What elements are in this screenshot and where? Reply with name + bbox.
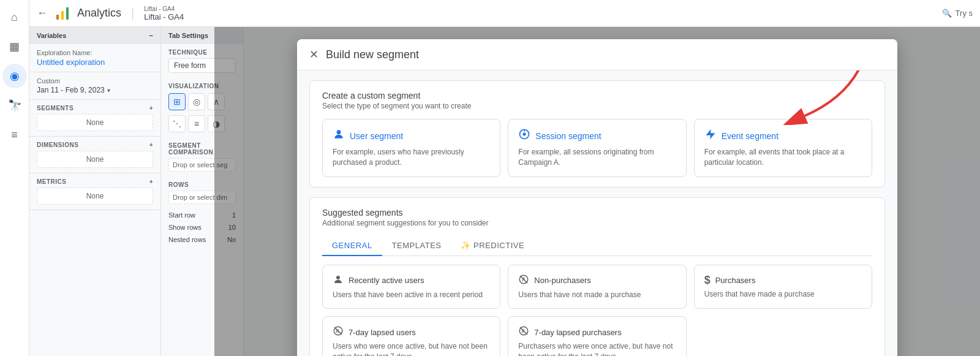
tab-predictive[interactable]: ✨ PREDICTIVE xyxy=(451,236,534,256)
segments-label: SEGMENTS xyxy=(37,105,74,112)
modal-header: ✕ Build new segment xyxy=(297,39,897,70)
svg-rect-1 xyxy=(61,11,64,20)
recently-active-item[interactable]: Recently active users Users that have be… xyxy=(322,265,500,309)
lapsed-purchasers-title: 7-day lapsed purchasers xyxy=(534,328,621,337)
suggested-subtitle: Additional segment suggestions for you t… xyxy=(322,219,872,227)
search-button[interactable]: 🔍 Try s xyxy=(942,9,973,18)
topbar-divider: | xyxy=(131,6,134,20)
purchasers-header: $ Purchasers xyxy=(704,274,862,287)
user-segment-title: User segment xyxy=(350,131,403,141)
exploration-label: Exploration Name: xyxy=(37,49,153,56)
lapsed-users-icon xyxy=(333,325,344,339)
metrics-add-icon[interactable]: + xyxy=(149,178,153,185)
svg-point-9 xyxy=(336,276,340,279)
predictive-icon: ✨ xyxy=(461,241,471,250)
nested-rows-label: Nested rows xyxy=(168,236,206,243)
sidebar-home-icon[interactable]: ⌂ xyxy=(2,5,27,29)
non-purchasers-title: Non-purchasers xyxy=(534,276,591,285)
variables-panel: Variables − Exploration Name: Untitled e… xyxy=(29,27,161,356)
metrics-label-row: METRICS + xyxy=(37,178,153,185)
tab-templates[interactable]: TEMPLATES xyxy=(382,236,451,256)
sidebar-reports-icon[interactable]: ≡ xyxy=(2,123,27,147)
segments-label-row: SEGMENTS + xyxy=(37,105,153,112)
svg-point-4 xyxy=(337,130,341,134)
suggested-segments-card: Suggested segments Additional segment su… xyxy=(309,197,885,356)
viz-scatter-icon[interactable]: ⋱ xyxy=(168,115,186,132)
dimensions-section: DIMENSIONS + None xyxy=(29,137,160,173)
custom-segment-card: Create a custom segment Select the type … xyxy=(309,80,885,187)
dimensions-label: DIMENSIONS xyxy=(37,142,78,148)
event-segment-option[interactable]: Event segment For example, all events th… xyxy=(694,119,872,177)
user-segment-header: User segment xyxy=(333,128,490,143)
event-segment-title: Event segment xyxy=(722,131,778,141)
modal-body: Create a custom segment Select the type … xyxy=(297,70,897,356)
user-segment-icon xyxy=(333,128,345,143)
sidebar-chart-icon[interactable]: ▦ xyxy=(2,34,27,59)
custom-segment-subtitle: Select the type of segment you want to c… xyxy=(322,102,872,110)
suggested-segment-grid: Recently active users Users that have be… xyxy=(322,265,872,356)
non-purchasers-desc: Users that have not made a purchase xyxy=(518,290,676,300)
event-segment-desc: For example, all events that took place … xyxy=(704,147,862,168)
non-purchasers-header: Non-purchasers xyxy=(518,274,676,287)
custom-label: Custom xyxy=(37,77,153,85)
svg-rect-0 xyxy=(56,15,59,20)
suggested-tabs: GENERAL TEMPLATES ✨ PREDICTIVE xyxy=(322,236,872,256)
analytics-logo xyxy=(55,6,70,21)
sidebar-audience-icon[interactable]: 🔭 xyxy=(2,93,27,118)
metrics-label: METRICS xyxy=(37,178,67,185)
segments-add-icon[interactable]: + xyxy=(149,105,153,112)
segments-section: SEGMENTS + None xyxy=(29,100,160,137)
purchasers-title: Purchasers xyxy=(715,276,756,285)
session-segment-header: Session segment xyxy=(518,128,676,143)
variables-label: Variables xyxy=(37,32,66,39)
purchasers-desc: Users that have made a purchase xyxy=(704,289,862,300)
recently-active-icon xyxy=(333,274,344,287)
recently-active-header: Recently active users xyxy=(333,274,490,287)
purchasers-item[interactable]: $ Purchasers Users that have made a purc… xyxy=(694,265,872,309)
recently-active-title: Recently active users xyxy=(349,276,424,285)
tab-general[interactable]: GENERAL xyxy=(322,236,382,256)
dimensions-none: None xyxy=(37,151,153,168)
modal-overlay: ✕ Build new segment Create a custom segm… xyxy=(214,27,980,356)
property-sub: Liftai - GA4 xyxy=(144,12,184,21)
non-purchasers-item[interactable]: Non-purchasers Users that have not made … xyxy=(508,265,686,309)
session-segment-option[interactable]: Session segment For example, all session… xyxy=(508,119,686,177)
lapsed-purchasers-header: 7-day lapsed purchasers xyxy=(518,325,676,339)
purchasers-dollar-icon: $ xyxy=(704,274,710,287)
session-segment-title: Session segment xyxy=(535,131,601,141)
user-segment-option[interactable]: User segment For example, users who have… xyxy=(322,119,500,177)
date-range-selector[interactable]: Jan 11 - Feb 9, 2023 ▾ xyxy=(37,86,153,94)
tab-settings-label: Tab Settings xyxy=(168,32,208,39)
dimensions-add-icon[interactable]: + xyxy=(149,142,153,148)
sidebar-explore-icon[interactable]: ◉ xyxy=(2,64,27,88)
suggested-title: Suggested segments xyxy=(322,208,872,218)
dimensions-label-row: DIMENSIONS + xyxy=(37,142,153,148)
recently-active-desc: Users that have been active in a recent … xyxy=(333,290,490,300)
show-rows-label: Show rows xyxy=(168,224,202,231)
viz-table-icon[interactable]: ⊞ xyxy=(168,93,186,110)
exploration-value[interactable]: Untitled exploration xyxy=(37,58,153,67)
metrics-none: None xyxy=(37,187,153,205)
date-range-value: Jan 11 - Feb 9, 2023 xyxy=(37,86,105,94)
event-segment-header: Event segment xyxy=(704,128,862,143)
svg-marker-8 xyxy=(706,129,715,140)
search-icon: 🔍 xyxy=(942,9,952,18)
session-segment-icon xyxy=(518,128,530,143)
svg-point-6 xyxy=(523,133,526,136)
metrics-section: METRICS + None xyxy=(29,173,160,210)
viz-bar-icon[interactable]: ≡ xyxy=(188,115,205,132)
session-segment-desc: For example, all sessions originating fr… xyxy=(518,147,676,168)
date-chevron-icon: ▾ xyxy=(107,87,110,94)
lapsed-purchasers-item[interactable]: 7-day lapsed purchasers Purchasers who w… xyxy=(508,316,686,356)
segment-options-container: User segment For example, users who have… xyxy=(322,119,872,177)
variables-minimize-icon[interactable]: − xyxy=(149,32,153,39)
app-name: Analytics xyxy=(77,7,121,20)
lapsed-purchasers-icon xyxy=(518,325,529,339)
modal-close-button[interactable]: ✕ xyxy=(309,48,318,61)
viz-donut-icon[interactable]: ◎ xyxy=(188,93,205,110)
lapsed-users-item[interactable]: 7-day lapsed users Users who were once a… xyxy=(322,316,500,356)
search-text: Try s xyxy=(956,9,973,18)
svg-rect-2 xyxy=(66,7,69,20)
back-button[interactable]: ← xyxy=(37,7,48,20)
sidebar-nav: ⌂ ▦ ◉ 🔭 ≡ xyxy=(0,0,29,356)
